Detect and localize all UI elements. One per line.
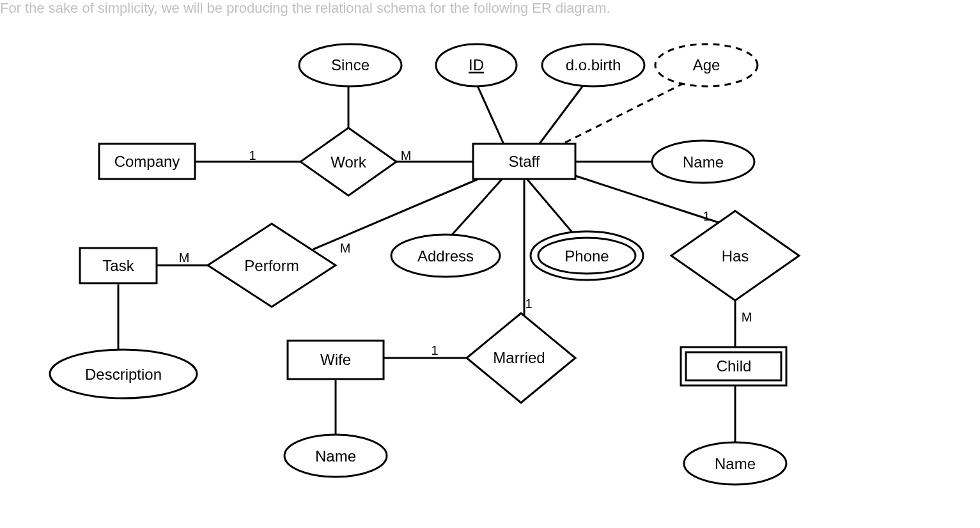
- attribute-age-label: Age: [693, 56, 720, 74]
- entity-child-label: Child: [717, 357, 752, 375]
- cardinality-perform-staff: M: [340, 241, 351, 255]
- relationship-has-label: Has: [722, 247, 749, 265]
- entity-wife-label: Wife: [320, 351, 351, 368]
- attribute-address-label: Address: [417, 247, 474, 265]
- entity-company-label: Company: [114, 153, 180, 170]
- line-staff-phone: [524, 176, 579, 240]
- cardinality-work-staff: M: [401, 148, 412, 162]
- line-age-staff: [556, 83, 684, 147]
- attribute-dobirth-label: d.o.birth: [566, 56, 621, 74]
- relationship-perform-label: Perform: [244, 257, 299, 274]
- entity-staff-label: Staff: [509, 153, 540, 170]
- line-id-staff: [476, 83, 505, 147]
- attribute-id-label: ID: [469, 56, 484, 74]
- cardinality-staff-has: 1: [703, 209, 710, 223]
- er-diagram: Company Staff Task Wife Child Work Perfo…: [0, 0, 980, 528]
- line-dobirth-staff: [537, 83, 585, 147]
- attribute-since-label: Since: [331, 56, 369, 74]
- attribute-phone-label: Phone: [564, 247, 609, 265]
- relationship-work-label: Work: [331, 153, 367, 171]
- entity-task-label: Task: [102, 257, 134, 274]
- attribute-name-child-label: Name: [715, 455, 756, 472]
- cardinality-wife-married: 1: [431, 343, 438, 357]
- cardinality-task-perform: M: [179, 251, 190, 265]
- attribute-name-wife-label: Name: [315, 447, 356, 465]
- attribute-name-staff-label: Name: [683, 153, 724, 171]
- cardinality-married-staff: 1: [525, 297, 532, 311]
- line-staff-address: [447, 176, 505, 240]
- attribute-description-label: Description: [85, 366, 162, 383]
- cardinality-has-child: M: [742, 310, 752, 324]
- relationship-married-label: Married: [493, 349, 545, 366]
- cardinality-company-work: 1: [249, 148, 256, 162]
